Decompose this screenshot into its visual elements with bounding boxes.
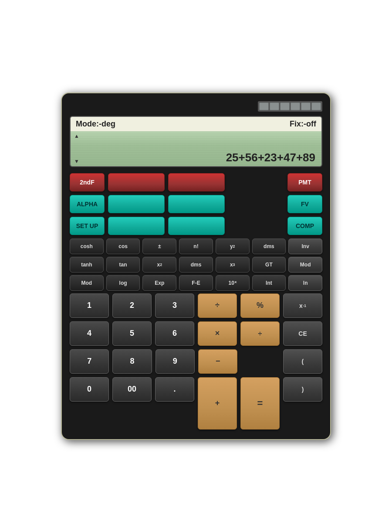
solar-cell xyxy=(270,102,279,110)
mode-label: Mode:-deg xyxy=(76,119,115,129)
multiply-button[interactable]: × xyxy=(198,321,237,346)
solar-cell xyxy=(291,102,300,110)
key-4[interactable]: 4 xyxy=(70,321,109,346)
xcubed-button[interactable]: x3 xyxy=(216,257,250,273)
gt-button[interactable]: GT xyxy=(252,257,286,273)
row1-btn2[interactable] xyxy=(108,173,165,191)
key-placeholder xyxy=(241,349,279,374)
exp-button[interactable]: Exp xyxy=(142,275,176,291)
arrow-down: ▼ xyxy=(74,158,79,164)
divide2-button[interactable]: ÷ xyxy=(240,321,280,346)
key-6[interactable]: 6 xyxy=(155,321,194,346)
display-value: 25+56+23+47+89 xyxy=(226,151,318,164)
arrow-up: ▲ xyxy=(74,133,79,139)
tanh-button[interactable]: tanh xyxy=(70,257,104,273)
key-00[interactable]: 00 xyxy=(112,377,152,402)
func-row-1: cosh cos ± n! y2 dms Inv xyxy=(70,239,322,254)
key-7[interactable]: 7 xyxy=(70,349,109,374)
key-3[interactable]: 3 xyxy=(155,293,194,318)
equals-button[interactable]: = xyxy=(240,377,280,430)
num-row-1: 1 2 3 ÷ % x-1 xyxy=(70,293,322,318)
num-row-2: 4 5 6 × ÷ CE xyxy=(70,321,322,346)
xsquared-button[interactable]: x2 xyxy=(142,257,176,273)
ln-button[interactable]: ln xyxy=(288,275,322,291)
num-rows-34: 0 00 . + = ) xyxy=(70,377,322,430)
key-1[interactable]: 1 xyxy=(70,293,109,318)
mod-button[interactable]: Mod xyxy=(288,257,322,273)
nfact-button[interactable]: n! xyxy=(179,239,213,254)
add-button[interactable]: + xyxy=(198,377,237,430)
num-row-3: 7 8 9 − ( xyxy=(70,349,322,374)
percent-button[interactable]: % xyxy=(240,293,280,318)
button-row-3: SET UP COMP xyxy=(70,217,322,235)
mod2-button[interactable]: Mod xyxy=(70,275,104,291)
log-button[interactable]: log xyxy=(106,275,140,291)
ce-button[interactable]: CE xyxy=(283,321,322,346)
row1-btn3[interactable] xyxy=(168,173,225,191)
button-row-1: 2ndF PMT xyxy=(70,173,322,191)
2ndf-button[interactable]: 2ndF xyxy=(70,173,105,191)
subtract-button[interactable]: − xyxy=(198,349,237,374)
divide-button[interactable]: ÷ xyxy=(198,293,237,318)
cos-button[interactable]: cos xyxy=(106,239,140,254)
solar-cells xyxy=(258,101,322,112)
alpha-button[interactable]: ALPHA xyxy=(70,195,105,213)
dms-button[interactable]: dms xyxy=(252,239,286,254)
tan-button[interactable]: tan xyxy=(106,257,140,273)
fv-button[interactable]: FV xyxy=(287,195,322,213)
xinverse-button[interactable]: x-1 xyxy=(283,293,322,318)
solar-cell xyxy=(311,102,321,110)
key-dot[interactable]: . xyxy=(155,377,194,402)
display-bottom-row: ▼ 25+56+23+47+89 xyxy=(74,151,318,164)
setup-button[interactable]: SET UP xyxy=(70,217,105,235)
dms2-button[interactable]: dms xyxy=(179,257,213,273)
func-row-3: Mod log Exp F-E 10ˣ Int ln xyxy=(70,275,322,291)
row2-btn3[interactable] xyxy=(168,195,225,213)
key-5[interactable]: 5 xyxy=(112,321,152,346)
key-8[interactable]: 8 xyxy=(112,349,152,374)
fe-button[interactable]: F-E xyxy=(179,275,213,291)
func-row-2: tanh tan x2 dms x3 GT Mod xyxy=(70,257,322,273)
rparen-button[interactable]: ) xyxy=(283,377,322,402)
cosh-button[interactable]: cosh xyxy=(70,239,104,254)
row3-btn2[interactable] xyxy=(108,217,165,235)
button-row-2: ALPHA FV xyxy=(70,195,322,213)
solar-cell xyxy=(301,102,311,110)
10x-button[interactable]: 10ˣ xyxy=(216,275,250,291)
lparen-button[interactable]: ( xyxy=(283,349,322,374)
key-2[interactable]: 2 xyxy=(112,293,152,318)
inv-button[interactable]: Inv xyxy=(288,239,322,254)
pmt-button[interactable]: PMT xyxy=(287,173,322,191)
row3-btn3[interactable] xyxy=(168,217,225,235)
ysquared-button[interactable]: y2 xyxy=(216,239,250,254)
row2-btn2[interactable] xyxy=(108,195,165,213)
display-header: Mode:-deg Fix:-off xyxy=(71,117,321,131)
solar-cell xyxy=(280,102,290,110)
fix-label: Fix:-off xyxy=(290,119,316,129)
plusminus-button[interactable]: ± xyxy=(142,239,176,254)
calculator: Mode:-deg Fix:-off ▲ ▼ 25+56+23+47+89 2n… xyxy=(61,92,331,440)
comp-button[interactable]: COMP xyxy=(287,217,322,235)
key-0[interactable]: 0 xyxy=(70,377,109,402)
key-9[interactable]: 9 xyxy=(155,349,195,374)
display-area: Mode:-deg Fix:-off ▲ ▼ 25+56+23+47+89 xyxy=(70,116,322,167)
display-screen: ▲ ▼ 25+56+23+47+89 xyxy=(71,131,321,166)
int-button[interactable]: Int xyxy=(252,275,286,291)
solar-cell xyxy=(259,102,269,110)
solar-panel xyxy=(70,101,322,112)
